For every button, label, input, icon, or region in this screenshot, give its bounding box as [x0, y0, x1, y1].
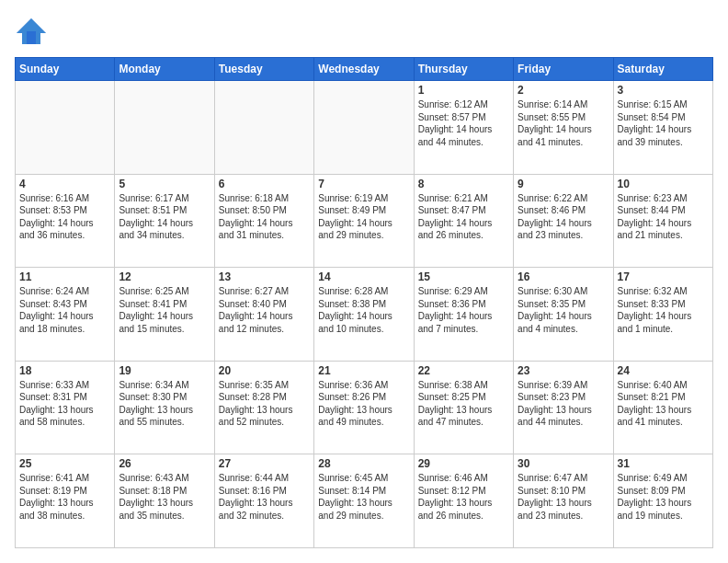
day-number: 31	[618, 457, 709, 470]
calendar-cell	[16, 81, 115, 175]
day-info: Sunrise: 6:36 AM Sunset: 8:26 PM Dayligh…	[318, 379, 409, 429]
day-number: 21	[318, 364, 409, 377]
day-number: 8	[418, 178, 509, 190]
day-number: 19	[119, 364, 210, 377]
day-number: 10	[618, 178, 709, 190]
day-number: 30	[518, 457, 609, 470]
calendar-cell	[115, 81, 214, 175]
day-info: Sunrise: 6:41 AM Sunset: 8:19 PM Dayligh…	[19, 472, 110, 522]
day-info: Sunrise: 6:45 AM Sunset: 8:14 PM Dayligh…	[318, 472, 409, 522]
day-number: 3	[618, 84, 709, 97]
day-info: Sunrise: 6:46 AM Sunset: 8:12 PM Dayligh…	[418, 472, 509, 522]
calendar-cell: 16Sunrise: 6:30 AM Sunset: 8:35 PM Dayli…	[514, 268, 613, 362]
calendar-table: SundayMondayTuesdayWednesdayThursdayFrid…	[15, 57, 713, 548]
day-number: 18	[19, 364, 110, 377]
calendar-cell	[214, 81, 313, 175]
day-number: 22	[418, 364, 509, 377]
day-info: Sunrise: 6:33 AM Sunset: 8:31 PM Dayligh…	[19, 379, 110, 429]
calendar-header-friday: Friday	[514, 58, 613, 81]
day-number: 11	[19, 270, 110, 283]
day-info: Sunrise: 6:49 AM Sunset: 8:09 PM Dayligh…	[618, 472, 709, 522]
day-number: 26	[119, 457, 210, 470]
calendar-header-monday: Monday	[115, 58, 214, 81]
calendar-cell: 28Sunrise: 6:45 AM Sunset: 8:14 PM Dayli…	[314, 454, 414, 548]
day-info: Sunrise: 6:22 AM Sunset: 8:46 PM Dayligh…	[518, 192, 609, 242]
day-info: Sunrise: 6:35 AM Sunset: 8:28 PM Dayligh…	[219, 379, 310, 429]
calendar-cell: 23Sunrise: 6:39 AM Sunset: 8:23 PM Dayli…	[514, 361, 613, 454]
day-info: Sunrise: 6:15 AM Sunset: 8:54 PM Dayligh…	[618, 98, 709, 148]
header	[15, 15, 713, 48]
day-number: 20	[219, 364, 310, 377]
calendar-header-sunday: Sunday	[16, 58, 115, 81]
calendar-week-2: 11Sunrise: 6:24 AM Sunset: 8:43 PM Dayli…	[16, 268, 713, 362]
calendar-cell: 31Sunrise: 6:49 AM Sunset: 8:09 PM Dayli…	[613, 454, 712, 548]
day-number: 12	[119, 270, 210, 283]
calendar-cell: 10Sunrise: 6:23 AM Sunset: 8:44 PM Dayli…	[613, 174, 712, 268]
day-number: 5	[119, 178, 210, 190]
calendar-cell: 7Sunrise: 6:19 AM Sunset: 8:49 PM Daylig…	[314, 174, 414, 268]
day-number: 13	[219, 270, 310, 283]
day-info: Sunrise: 6:19 AM Sunset: 8:49 PM Dayligh…	[318, 192, 409, 242]
page: SundayMondayTuesdayWednesdayThursdayFrid…	[0, 0, 728, 563]
logo-icon	[15, 15, 48, 48]
day-info: Sunrise: 6:21 AM Sunset: 8:47 PM Dayligh…	[418, 192, 509, 242]
day-number: 16	[518, 270, 609, 283]
day-info: Sunrise: 6:23 AM Sunset: 8:44 PM Dayligh…	[618, 192, 709, 242]
calendar-cell: 6Sunrise: 6:18 AM Sunset: 8:50 PM Daylig…	[214, 174, 313, 268]
calendar-cell: 12Sunrise: 6:25 AM Sunset: 8:41 PM Dayli…	[115, 268, 214, 362]
logo	[15, 15, 51, 48]
calendar-cell: 27Sunrise: 6:44 AM Sunset: 8:16 PM Dayli…	[214, 454, 313, 548]
calendar-header-wednesday: Wednesday	[314, 58, 414, 81]
calendar-cell: 29Sunrise: 6:46 AM Sunset: 8:12 PM Dayli…	[414, 454, 513, 548]
day-info: Sunrise: 6:44 AM Sunset: 8:16 PM Dayligh…	[219, 472, 310, 522]
day-number: 24	[618, 364, 709, 377]
day-info: Sunrise: 6:17 AM Sunset: 8:51 PM Dayligh…	[119, 192, 210, 242]
day-number: 25	[19, 457, 110, 470]
day-info: Sunrise: 6:14 AM Sunset: 8:55 PM Dayligh…	[518, 98, 609, 148]
day-number: 28	[318, 457, 409, 470]
calendar-week-3: 18Sunrise: 6:33 AM Sunset: 8:31 PM Dayli…	[16, 361, 713, 454]
day-info: Sunrise: 6:18 AM Sunset: 8:50 PM Dayligh…	[219, 192, 310, 242]
calendar-week-0: 1Sunrise: 6:12 AM Sunset: 8:57 PM Daylig…	[16, 81, 713, 175]
calendar-cell: 21Sunrise: 6:36 AM Sunset: 8:26 PM Dayli…	[314, 361, 414, 454]
day-number: 27	[219, 457, 310, 470]
calendar-header-tuesday: Tuesday	[214, 58, 313, 81]
day-info: Sunrise: 6:32 AM Sunset: 8:33 PM Dayligh…	[618, 285, 709, 335]
calendar-cell	[314, 81, 414, 175]
day-info: Sunrise: 6:24 AM Sunset: 8:43 PM Dayligh…	[19, 285, 110, 335]
calendar-cell: 24Sunrise: 6:40 AM Sunset: 8:21 PM Dayli…	[613, 361, 712, 454]
calendar-cell: 26Sunrise: 6:43 AM Sunset: 8:18 PM Dayli…	[115, 454, 214, 548]
calendar-cell: 2Sunrise: 6:14 AM Sunset: 8:55 PM Daylig…	[514, 81, 613, 175]
calendar-week-4: 25Sunrise: 6:41 AM Sunset: 8:19 PM Dayli…	[16, 454, 713, 548]
day-number: 29	[418, 457, 509, 470]
day-info: Sunrise: 6:29 AM Sunset: 8:36 PM Dayligh…	[418, 285, 509, 335]
day-number: 2	[518, 84, 609, 97]
day-info: Sunrise: 6:16 AM Sunset: 8:53 PM Dayligh…	[19, 192, 110, 242]
calendar-week-1: 4Sunrise: 6:16 AM Sunset: 8:53 PM Daylig…	[16, 174, 713, 268]
calendar-cell: 19Sunrise: 6:34 AM Sunset: 8:30 PM Dayli…	[115, 361, 214, 454]
day-info: Sunrise: 6:27 AM Sunset: 8:40 PM Dayligh…	[219, 285, 310, 335]
calendar-header-thursday: Thursday	[414, 58, 513, 81]
day-number: 9	[518, 178, 609, 190]
calendar-cell: 11Sunrise: 6:24 AM Sunset: 8:43 PM Dayli…	[16, 268, 115, 362]
day-info: Sunrise: 6:38 AM Sunset: 8:25 PM Dayligh…	[418, 379, 509, 429]
day-info: Sunrise: 6:40 AM Sunset: 8:21 PM Dayligh…	[618, 379, 709, 429]
day-number: 17	[618, 270, 709, 283]
calendar-cell: 25Sunrise: 6:41 AM Sunset: 8:19 PM Dayli…	[16, 454, 115, 548]
day-number: 7	[318, 178, 409, 190]
day-info: Sunrise: 6:34 AM Sunset: 8:30 PM Dayligh…	[119, 379, 210, 429]
calendar-cell: 9Sunrise: 6:22 AM Sunset: 8:46 PM Daylig…	[514, 174, 613, 268]
calendar-cell: 4Sunrise: 6:16 AM Sunset: 8:53 PM Daylig…	[16, 174, 115, 268]
calendar-header-saturday: Saturday	[613, 58, 712, 81]
calendar-cell: 8Sunrise: 6:21 AM Sunset: 8:47 PM Daylig…	[414, 174, 513, 268]
calendar-cell: 30Sunrise: 6:47 AM Sunset: 8:10 PM Dayli…	[514, 454, 613, 548]
day-info: Sunrise: 6:28 AM Sunset: 8:38 PM Dayligh…	[318, 285, 409, 335]
calendar-cell: 3Sunrise: 6:15 AM Sunset: 8:54 PM Daylig…	[613, 81, 712, 175]
day-number: 4	[19, 178, 110, 190]
calendar-cell: 18Sunrise: 6:33 AM Sunset: 8:31 PM Dayli…	[16, 361, 115, 454]
calendar-cell: 1Sunrise: 6:12 AM Sunset: 8:57 PM Daylig…	[414, 81, 513, 175]
day-info: Sunrise: 6:47 AM Sunset: 8:10 PM Dayligh…	[518, 472, 609, 522]
calendar-cell: 22Sunrise: 6:38 AM Sunset: 8:25 PM Dayli…	[414, 361, 513, 454]
day-info: Sunrise: 6:25 AM Sunset: 8:41 PM Dayligh…	[119, 285, 210, 335]
calendar-cell: 13Sunrise: 6:27 AM Sunset: 8:40 PM Dayli…	[214, 268, 313, 362]
